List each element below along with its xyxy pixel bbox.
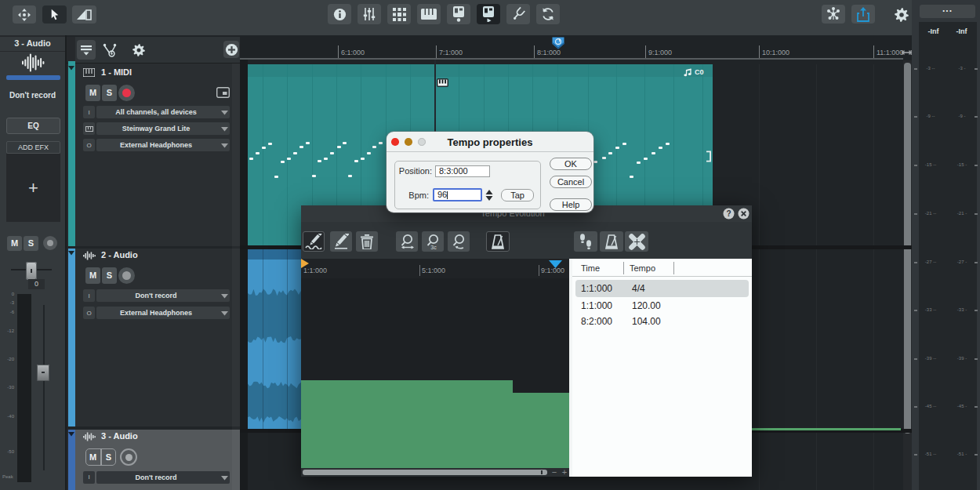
svg-text:?: ? bbox=[726, 209, 731, 218]
svg-text:3c: 3c bbox=[430, 245, 437, 250]
